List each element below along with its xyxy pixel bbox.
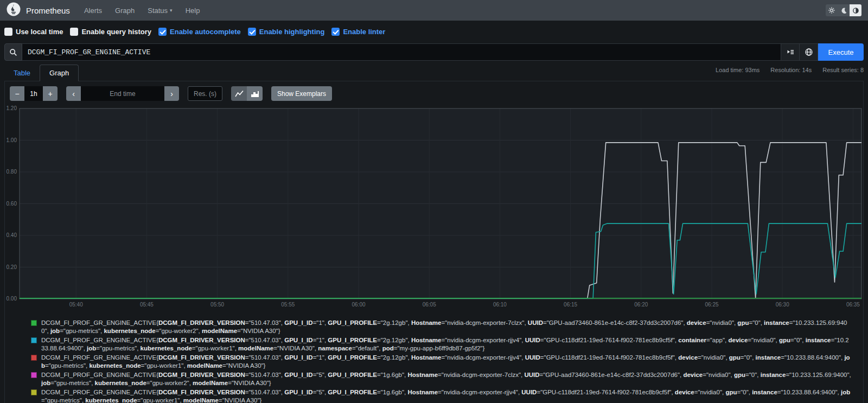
search-addon xyxy=(4,43,22,61)
y-tick-label: 0.80 xyxy=(7,169,17,175)
option-enable-linter[interactable]: Enable linter xyxy=(331,28,385,36)
tree-view-button[interactable] xyxy=(781,43,800,61)
x-tick-label: 06:15 xyxy=(564,302,577,308)
search-icon xyxy=(9,48,17,56)
line-chart-icon xyxy=(235,90,244,98)
range-decrease-button[interactable]: − xyxy=(10,86,24,101)
y-tick-label: 0.20 xyxy=(7,264,17,270)
x-tick-label: 05:50 xyxy=(210,302,224,308)
metrics-explorer-button[interactable] xyxy=(800,43,818,61)
legend-series-label: DCGM_FI_PROF_GR_ENGINE_ACTIVE{DCGM_FI_DR… xyxy=(41,354,851,370)
theme-toggle-group xyxy=(826,4,861,16)
y-tick-label: 1.20 xyxy=(7,105,17,111)
stacked-chart-toggle-button[interactable] xyxy=(247,86,263,101)
range-input[interactable] xyxy=(24,86,43,101)
line-chart-toggle-button[interactable] xyxy=(231,86,247,101)
nav-item-status[interactable]: Status▾ xyxy=(148,7,172,15)
load-time: Load time: 93ms xyxy=(716,67,760,73)
option-label: Use local time xyxy=(16,28,63,36)
dark-theme-button[interactable] xyxy=(838,4,850,16)
stacked-chart-icon xyxy=(251,90,259,98)
query-options-row: Use local timeEnable query historyEnable… xyxy=(0,21,868,42)
option-enable-highlighting[interactable]: Enable highlighting xyxy=(248,28,325,36)
time-back-button[interactable]: ‹ xyxy=(66,86,81,101)
resolution: Resolution: 14s xyxy=(770,67,812,73)
globe-icon xyxy=(805,48,813,56)
option-enable-query-history[interactable]: Enable query history xyxy=(70,28,151,36)
option-label: Enable linter xyxy=(343,28,385,36)
range-group: − + xyxy=(10,86,58,101)
y-tick-label: 0.60 xyxy=(7,201,17,207)
moon-icon xyxy=(840,7,847,14)
legend-series-label: DCGM_FI_PROF_GR_ENGINE_ACTIVE{DCGM_FI_DR… xyxy=(41,336,851,353)
chart-type-group xyxy=(231,86,263,101)
show-exemplars-button[interactable]: Show Exemplars xyxy=(271,86,332,101)
legend-swatch-icon xyxy=(31,320,37,326)
contrast-icon xyxy=(852,7,859,14)
time-forward-button[interactable]: › xyxy=(164,86,179,101)
option-label: Enable autocomplete xyxy=(170,28,241,36)
y-tick-label: 0.00 xyxy=(7,296,17,302)
checkbox-checked-icon[interactable] xyxy=(158,28,167,36)
tab-table[interactable]: Table xyxy=(4,65,40,81)
checkbox-icon[interactable] xyxy=(70,28,78,36)
checkbox-checked-icon[interactable] xyxy=(331,28,340,36)
chart-legend: DCGM_FI_PROF_GR_ENGINE_ACTIVE{DCGM_FI_DR… xyxy=(5,311,863,403)
gear-icon xyxy=(828,7,835,14)
legend-series-label: DCGM_FI_PROF_GR_ENGINE_ACTIVE{DCGM_FI_DR… xyxy=(41,388,851,403)
option-enable-autocomplete[interactable]: Enable autocomplete xyxy=(158,28,241,36)
x-tick-label: 06:10 xyxy=(493,302,507,308)
legend-item[interactable]: DCGM_FI_PROF_GR_ENGINE_ACTIVE{DCGM_FI_DR… xyxy=(31,336,851,353)
navbar: Prometheus AlertsGraphStatus▾Help xyxy=(0,0,868,21)
x-tick-label: 06:05 xyxy=(423,302,436,308)
end-time-input[interactable] xyxy=(81,86,164,101)
x-tick-label: 06:20 xyxy=(634,302,648,308)
chart-svg[interactable]: 0.000.200.400.600.801.001.2005:4005:4505… xyxy=(5,104,863,309)
checkbox-icon[interactable] xyxy=(4,28,12,36)
legend-item[interactable]: DCGM_FI_PROF_GR_ENGINE_ACTIVE{DCGM_FI_DR… xyxy=(31,354,851,370)
tab-graph[interactable]: Graph xyxy=(40,65,79,81)
legend-item[interactable]: DCGM_FI_PROF_GR_ENGINE_ACTIVE{DCGM_FI_DR… xyxy=(31,388,851,403)
legend-swatch-icon xyxy=(31,337,37,343)
query-stats: Load time: 93ms Resolution: 14s Result s… xyxy=(716,67,864,73)
nav-item-alerts[interactable]: Alerts xyxy=(84,7,102,15)
query-input[interactable] xyxy=(22,43,781,61)
execute-button[interactable]: Execute xyxy=(818,43,864,61)
settings-button[interactable] xyxy=(826,4,838,16)
result-series: Result series: 8 xyxy=(822,67,864,73)
nav-item-help[interactable]: Help xyxy=(186,7,200,15)
x-tick-label: 05:55 xyxy=(281,302,295,308)
option-use-local-time[interactable]: Use local time xyxy=(4,28,63,36)
x-tick-label: 06:30 xyxy=(776,302,789,308)
tree-view-icon xyxy=(786,48,795,56)
legend-swatch-icon xyxy=(31,389,37,395)
y-tick-label: 1.00 xyxy=(7,137,17,143)
option-label: Enable highlighting xyxy=(259,28,325,36)
x-tick-label: 06:25 xyxy=(705,302,718,308)
endtime-group: ‹ › xyxy=(66,86,179,101)
checkbox-checked-icon[interactable] xyxy=(248,28,256,36)
chevron-down-icon: ▾ xyxy=(170,8,173,13)
app-title: Prometheus xyxy=(26,6,70,15)
graph-controls: − + ‹ › Show Exemplars xyxy=(5,81,863,101)
x-tick-label: 05:40 xyxy=(69,302,83,308)
legend-swatch-icon xyxy=(31,355,37,361)
legend-item[interactable]: DCGM_FI_PROF_GR_ENGINE_ACTIVE{DCGM_FI_DR… xyxy=(31,319,851,335)
x-tick-label: 06:35 xyxy=(846,302,860,308)
nav-links: AlertsGraphStatus▾Help xyxy=(84,7,200,15)
x-tick-label: 06:00 xyxy=(352,302,365,308)
auto-theme-button[interactable] xyxy=(850,4,861,16)
query-bar: Execute xyxy=(4,43,864,61)
brand[interactable]: Prometheus xyxy=(7,2,70,18)
x-tick-label: 05:45 xyxy=(140,302,154,308)
prometheus-logo-icon xyxy=(7,2,21,18)
nav-item-graph[interactable]: Graph xyxy=(115,7,135,15)
resolution-input[interactable] xyxy=(188,86,222,101)
graph-panel: − + ‹ › Show Exemplars 0.000.200.400.600… xyxy=(4,81,864,403)
legend-item[interactable]: DCGM_FI_PROF_GR_ENGINE_ACTIVE{DCGM_FI_DR… xyxy=(31,371,851,387)
range-increase-button[interactable]: + xyxy=(43,86,58,101)
time-series-chart[interactable]: 0.000.200.400.600.801.001.2005:4005:4505… xyxy=(5,104,863,311)
legend-swatch-icon xyxy=(31,372,37,378)
tabs-row: Table Graph Load time: 93ms Resolution: … xyxy=(4,63,864,81)
legend-series-label: DCGM_FI_PROF_GR_ENGINE_ACTIVE{DCGM_FI_DR… xyxy=(41,371,851,387)
